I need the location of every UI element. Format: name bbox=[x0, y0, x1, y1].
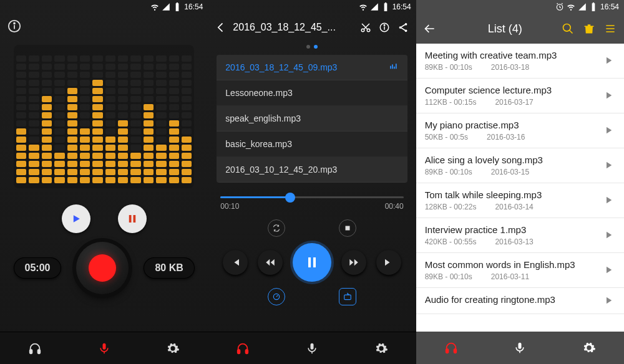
file-name: Computer science lecture.mp3 bbox=[425, 85, 597, 95]
svg-rect-4 bbox=[133, 215, 135, 223]
file-name: My piano practise.mp3 bbox=[425, 120, 597, 130]
playlist-item[interactable]: Lessoneone.mp3 bbox=[217, 80, 407, 106]
headphones-icon[interactable] bbox=[28, 342, 42, 355]
list-item[interactable]: Audio for creating ringtone.mp3 bbox=[416, 288, 624, 314]
status-bar: 16:54 bbox=[0, 0, 208, 14]
playlist: 2016_03_18_12_45_09.mp3Lessoneone.mp3spe… bbox=[217, 55, 407, 183]
svg-point-2 bbox=[14, 23, 15, 24]
screen-player: 16:54 2016_03_18_12_45_... 2016_03_18_12… bbox=[208, 0, 416, 364]
svg-rect-20 bbox=[345, 226, 349, 231]
record-button[interactable] bbox=[76, 242, 129, 294]
folder-button[interactable] bbox=[339, 288, 356, 305]
headphones-icon[interactable] bbox=[444, 341, 458, 355]
playlist-item[interactable]: 2016_03_18_12_45_09.mp3 bbox=[217, 55, 407, 80]
svg-rect-16 bbox=[390, 66, 391, 69]
list-item[interactable]: Tom talk while sleeping.mp3128KB - 00:22… bbox=[416, 183, 624, 218]
play-icon[interactable] bbox=[603, 160, 615, 172]
gear-icon[interactable] bbox=[582, 341, 596, 355]
repeat-button[interactable] bbox=[268, 219, 285, 237]
record-row: 05:00 80 KB bbox=[0, 242, 208, 294]
list-item[interactable]: Most common words in English.mp389KB - 0… bbox=[416, 253, 624, 288]
gear-icon[interactable] bbox=[374, 342, 388, 355]
play-icon[interactable] bbox=[603, 55, 615, 67]
player-header: 2016_03_18_12_45_... bbox=[208, 14, 416, 41]
svg-rect-26 bbox=[246, 349, 248, 353]
file-meta: 112KB - 00:15s2016-03-17 bbox=[425, 98, 597, 107]
svg-rect-27 bbox=[310, 343, 313, 349]
prev-track-button[interactable] bbox=[223, 250, 248, 275]
svg-rect-32 bbox=[519, 343, 522, 349]
list-item[interactable]: Interview practice 1.mp3420KB - 00:55s20… bbox=[416, 218, 624, 253]
playback-row bbox=[0, 204, 208, 233]
svg-rect-3 bbox=[129, 215, 131, 223]
play-button[interactable] bbox=[62, 204, 90, 233]
mic-icon[interactable] bbox=[98, 342, 110, 355]
seek-dur: 00:40 bbox=[385, 202, 404, 211]
play-icon[interactable] bbox=[603, 229, 615, 242]
file-meta: 89KB - 00:10s2016-03-18 bbox=[425, 63, 597, 72]
search-icon[interactable] bbox=[562, 22, 574, 35]
share-icon[interactable] bbox=[396, 21, 410, 34]
svg-rect-5 bbox=[30, 349, 32, 353]
list-item[interactable]: Alice sing a lovely song.mp389KB - 00:10… bbox=[416, 148, 624, 183]
playlist-item-name: basic_korea.mp3 bbox=[225, 139, 292, 149]
play-pause-button[interactable] bbox=[293, 243, 331, 282]
info-icon[interactable] bbox=[378, 21, 391, 34]
screen-list: 16:54 List (4) Meeting with creative tea… bbox=[416, 0, 624, 364]
seek-bar[interactable]: 00:10 00:40 bbox=[220, 196, 403, 211]
wifi-icon bbox=[359, 2, 368, 11]
menu-icon[interactable] bbox=[604, 22, 617, 35]
play-icon[interactable] bbox=[603, 194, 615, 207]
player-controls bbox=[208, 219, 416, 305]
next-track-button[interactable] bbox=[376, 250, 401, 275]
forward-button[interactable] bbox=[341, 250, 366, 275]
playlist-item-name: 2016_03_18_12_45_09.mp3 bbox=[225, 62, 337, 72]
play-icon[interactable] bbox=[603, 125, 615, 137]
page-dots bbox=[208, 41, 416, 52]
status-time: 16:54 bbox=[184, 2, 203, 11]
list-title: List (4) bbox=[445, 22, 553, 36]
signal-icon bbox=[578, 2, 587, 11]
playlist-item[interactable]: 2016_03_10_12_45_20.mp3 bbox=[217, 157, 407, 183]
trim-icon[interactable] bbox=[359, 21, 373, 34]
player-title: 2016_03_18_12_45_... bbox=[233, 22, 353, 33]
recorder-topbar bbox=[0, 14, 208, 39]
svg-rect-18 bbox=[394, 67, 395, 69]
equalizer-visualizer bbox=[14, 45, 194, 188]
back-icon[interactable] bbox=[424, 22, 436, 35]
mic-icon[interactable] bbox=[514, 341, 526, 355]
playlist-item[interactable]: basic_korea.mp3 bbox=[217, 132, 407, 157]
file-meta: 128KB - 00:22s2016-03-14 bbox=[425, 203, 597, 211]
list-item[interactable]: Meeting with creative team.mp389KB - 00:… bbox=[416, 44, 624, 79]
file-name: Meeting with creative team.mp3 bbox=[425, 50, 597, 60]
list-item[interactable]: My piano practise.mp350KB - 00:5s2016-03… bbox=[416, 113, 624, 148]
status-time: 16:54 bbox=[392, 2, 411, 11]
headphones-icon[interactable] bbox=[236, 342, 250, 355]
playlist-item-name: Lessoneone.mp3 bbox=[225, 88, 292, 98]
mic-icon[interactable] bbox=[306, 342, 318, 355]
list-item[interactable]: Computer science lecture.mp3112KB - 00:1… bbox=[416, 79, 624, 113]
svg-rect-7 bbox=[102, 343, 105, 349]
svg-rect-21 bbox=[308, 257, 311, 267]
recordings-list[interactable]: Meeting with creative team.mp389KB - 00:… bbox=[416, 44, 624, 364]
battery-icon bbox=[173, 2, 182, 11]
stop-button[interactable] bbox=[339, 219, 356, 237]
info-icon[interactable] bbox=[7, 19, 21, 33]
file-meta: 89KB - 00:10s2016-03-15 bbox=[425, 168, 597, 176]
pause-button[interactable] bbox=[118, 204, 147, 233]
list-header: List (4) bbox=[416, 14, 624, 44]
playlist-item-name: 2016_03_10_12_45_20.mp3 bbox=[225, 165, 337, 175]
playlist-item[interactable]: speak_english.mp3 bbox=[217, 106, 407, 132]
dot-active[interactable] bbox=[314, 45, 318, 49]
play-icon[interactable] bbox=[603, 90, 615, 102]
rewind-button[interactable] bbox=[258, 250, 283, 275]
elapsed-time: 05:00 bbox=[14, 257, 62, 279]
back-icon[interactable] bbox=[214, 21, 228, 34]
play-icon[interactable] bbox=[603, 295, 615, 307]
equalizer-icon bbox=[389, 63, 399, 72]
speed-button[interactable] bbox=[268, 288, 285, 305]
gear-icon[interactable] bbox=[166, 342, 180, 355]
play-icon[interactable] bbox=[603, 264, 615, 277]
trash-icon[interactable] bbox=[583, 22, 595, 35]
dot[interactable] bbox=[306, 45, 310, 49]
